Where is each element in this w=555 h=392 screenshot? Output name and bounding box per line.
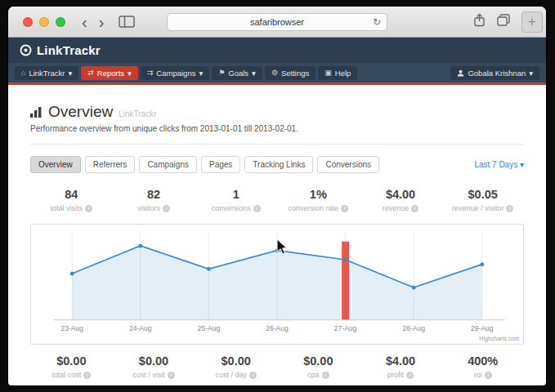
stats-row-top: 84 total visitsi 82 visitorsi 1 conversi… [30,188,524,212]
info-icon[interactable]: i [83,372,91,379]
browser-window: ‹ › safaribrowser ↻ [8,7,546,385]
new-tab-button[interactable]: + [521,11,543,33]
tab-campaigns[interactable]: Campaigns [139,156,197,173]
info-icon[interactable]: i [506,205,513,212]
app-header: LinkTrackr [8,38,546,63]
tab-tracking-links[interactable]: Tracking Links [244,156,313,173]
stat-label: revenue / visitori [441,204,524,212]
share-icon[interactable] [473,13,486,30]
minimize-window-button[interactable] [39,17,49,27]
info-icon[interactable]: i [168,372,175,379]
stat-cpa: $0.00 cpai [277,354,360,379]
home-icon: ⌂ [21,69,25,77]
back-button[interactable]: ‹ [82,14,87,30]
brand-name: LinkTrackr [37,43,101,57]
sidebar-toggle-icon[interactable] [119,16,135,28]
address-bar[interactable]: safaribrowser ↻ [167,13,387,31]
tab-referrers[interactable]: Referrers [85,156,136,173]
stats-row-bottom: $0.00 total costi $0.00 cost / visiti $0… [30,354,524,379]
svg-text:23-Aug: 23-Aug [60,324,83,332]
history-buttons: ‹ › [82,14,104,30]
info-icon[interactable]: i [253,205,261,212]
stat-cost-per-day: $0.00 cost / dayi [195,354,277,379]
divider [30,144,524,145]
page-subtitle: LinkTrackr [119,109,156,118]
browser-toolbar: ‹ › safaribrowser ↻ [8,7,546,38]
svg-text:27-Aug: 27-Aug [334,324,357,332]
stat-value: 1 [195,188,277,201]
tab-overview[interactable]: Overview [30,156,81,173]
stat-label: cpai [277,371,360,379]
stat-label: profiti [360,371,442,379]
bar-chart-icon [30,107,43,118]
svg-text:28-Aug: 28-Aug [402,324,425,332]
window-controls [23,17,65,27]
stat-value: $0.00 [113,354,195,368]
stat-label: total costi [30,371,113,379]
reload-icon[interactable]: ↻ [373,16,381,28]
linktrackr-logo-icon [20,44,32,56]
stat-label: conversionsi [195,204,277,212]
info-icon[interactable]: i [411,205,418,212]
stat-value: 1% [277,188,360,201]
tab-conversions[interactable]: Conversions [317,156,379,173]
stat-total-visits: 84 total visitsi [30,188,113,212]
close-window-button[interactable] [23,17,33,27]
svg-text:24-Aug: 24-Aug [129,324,152,332]
info-icon[interactable]: i [485,372,492,379]
info-icon[interactable]: i [85,205,92,212]
nav-item-help[interactable]: ▣ Help [318,66,357,80]
stat-revenue-per-visitor: $0.05 revenue / visitori [441,188,524,212]
stat-value: 84 [30,188,113,201]
stat-value: $0.00 [195,354,277,368]
date-range-dropdown[interactable]: Last 7 Days ▾ [474,160,524,169]
nav-item-settings[interactable]: ⚙ Settings [265,66,316,80]
app-logo[interactable]: LinkTrackr [20,43,101,57]
user-menu[interactable]: Gobala Krishnan ▾ [450,66,539,80]
info-icon[interactable]: i [341,205,348,212]
info-icon[interactable]: i [406,372,414,379]
url-text: safaribrowser [250,17,304,27]
forward-button[interactable]: › [99,14,105,30]
stat-value: 82 [113,188,195,201]
stat-value: $0.00 [277,354,360,368]
info-icon[interactable]: i [322,372,329,379]
stat-label: roii [441,371,524,379]
highcharts-credit-link[interactable]: Highcharts.com [479,336,519,341]
nav-item-linktrackr[interactable]: ⌂ LinkTrackr ▾ [15,66,78,80]
page-title: Overview [48,103,113,121]
stat-profit: $4.00 profiti [360,354,442,379]
stat-label: cost / dayi [195,371,277,379]
stat-label: cost / visiti [113,371,195,379]
chevron-down-icon: ▾ [520,160,524,169]
chevron-down-icon: ▾ [128,69,132,78]
tabs-overview-icon[interactable] [497,14,510,29]
info-icon[interactable]: i [163,205,170,212]
tab-pages[interactable]: Pages [201,156,240,173]
visits-chart: 23-Aug24-Aug25-Aug26-Aug27-Aug28-Aug29-A… [30,224,524,345]
stat-label: total visitsi [30,204,113,212]
stat-value: $4.00 [360,188,442,201]
svg-text:29-Aug: 29-Aug [471,324,494,332]
svg-text:25-Aug: 25-Aug [198,324,221,332]
toolbar-right-icons: + [473,11,538,33]
chevron-down-icon: ▾ [199,69,203,78]
nav-item-goals[interactable]: ⚑ Goals ▾ [212,66,262,80]
app-navbar: ⌂ LinkTrackr ▾ ⇄ Reports ▾ ⇉ Campaigns ▾… [8,63,546,85]
settings-icon: ⚙ [271,69,278,77]
reports-icon: ⇄ [87,69,94,77]
nav-item-reports[interactable]: ⇄ Reports ▾ [81,66,138,80]
campaigns-icon: ⇉ [147,69,154,77]
stat-conversion-rate: 1% conversion ratei [277,188,360,212]
stat-cost-per-visit: $0.00 cost / visiti [113,354,195,379]
stat-value: $0.05 [441,188,524,201]
stat-conversions: 1 conversionsi [195,188,277,212]
user-icon [457,69,464,77]
zoom-window-button[interactable] [56,17,65,27]
info-icon[interactable]: i [249,372,257,379]
stat-revenue: $4.00 revenuei [360,188,442,212]
nav-item-campaigns[interactable]: ⇉ Campaigns ▾ [141,66,209,80]
stat-label: conversion ratei [277,204,360,212]
chevron-down-icon: ▾ [252,69,256,78]
page-description: Performance overview from unique clicks … [30,124,524,133]
